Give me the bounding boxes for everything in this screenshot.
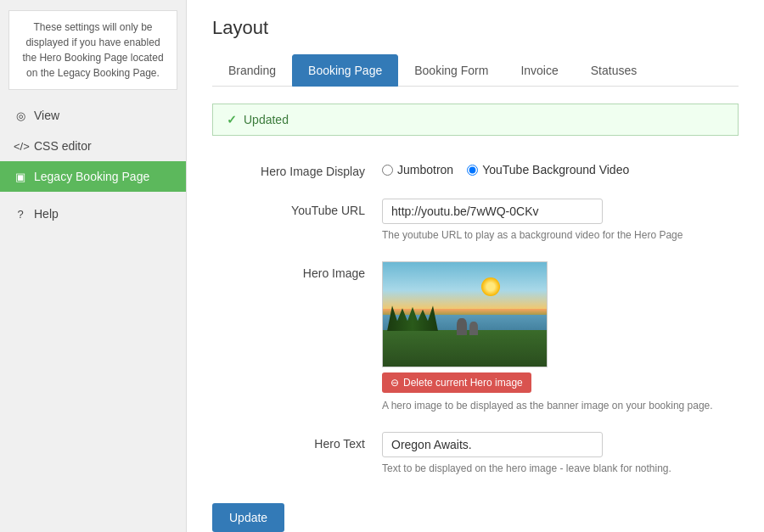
check-icon: ✓	[227, 113, 237, 126]
updated-text: Updated	[244, 113, 289, 126]
help-icon: ?	[14, 208, 27, 221]
tab-invoice[interactable]: Invoice	[504, 54, 574, 87]
hero-image-display-label: Hero Image Display	[212, 160, 382, 178]
sidebar-notice: These settings will only be displayed if…	[8, 10, 177, 90]
radio-jumbotron[interactable]: Jumbotron	[382, 163, 453, 176]
hero-image-display-content: Jumbotron YouTube Background Video	[382, 160, 739, 176]
legacy-icon: ▣	[14, 171, 27, 183]
delete-label: Delete current Hero image	[403, 377, 523, 389]
youtube-url-row: YouTube URL The youtube URL to play as a…	[212, 199, 739, 241]
tab-booking-page[interactable]: Booking Page	[292, 54, 398, 87]
sidebar-help-label: Help	[34, 207, 59, 221]
css-icon: </>	[14, 140, 27, 153]
radio-youtube[interactable]: YouTube Background Video	[467, 163, 629, 176]
main-content: Layout Branding Booking Page Booking For…	[187, 0, 764, 532]
hero-image-help: A hero image to be displayed as the bann…	[382, 400, 739, 412]
sidebar-item-view-label: View	[34, 109, 59, 122]
sun-element	[481, 277, 500, 296]
page-title: Layout	[212, 17, 739, 39]
updated-banner: ✓ Updated	[212, 104, 739, 136]
hero-text-row: Hero Text Text to be displayed on the he…	[212, 432, 739, 474]
sidebar-item-legacy-label: Legacy Booking Page	[34, 170, 149, 183]
hero-text-help: Text to be displayed on the hero image -…	[382, 462, 739, 474]
radio-group: Jumbotron YouTube Background Video	[382, 160, 739, 176]
trees-element	[387, 305, 438, 331]
youtube-url-input[interactable]	[382, 199, 603, 224]
sidebar: These settings will only be displayed if…	[0, 0, 187, 532]
sidebar-item-help[interactable]: ? Help	[0, 199, 186, 229]
hero-image-label: Hero Image	[212, 261, 382, 280]
rock1	[457, 318, 467, 335]
hero-image-container: ⊖ Delete current Hero image	[382, 261, 548, 393]
youtube-url-label: YouTube URL	[212, 199, 382, 217]
sky-layer	[383, 262, 547, 309]
hero-image-display-row: Hero Image Display Jumbotron YouTube Bac…	[212, 160, 739, 178]
rock2	[469, 322, 478, 335]
land-layer	[383, 330, 547, 367]
hero-image	[382, 261, 548, 367]
youtube-url-help: The youtube URL to play as a background …	[382, 229, 739, 241]
youtube-url-content: The youtube URL to play as a background …	[382, 199, 739, 241]
delete-hero-image-button[interactable]: ⊖ Delete current Hero image	[382, 372, 531, 393]
hero-image-content: ⊖ Delete current Hero image A hero image…	[382, 261, 739, 412]
update-button[interactable]: Update	[212, 503, 284, 532]
view-icon: ◎	[14, 109, 27, 122]
tabs-container: Branding Booking Page Booking Form Invoi…	[212, 54, 739, 87]
hero-text-content: Text to be displayed on the hero image -…	[382, 432, 739, 474]
sidebar-item-css-editor[interactable]: </> CSS editor	[0, 131, 186, 161]
tab-branding[interactable]: Branding	[212, 54, 292, 87]
radio-youtube-input[interactable]	[467, 165, 478, 176]
delete-icon: ⊖	[390, 377, 399, 389]
tab-booking-form[interactable]: Booking Form	[398, 54, 504, 87]
sidebar-item-view[interactable]: ◎ View	[0, 100, 186, 131]
sidebar-item-legacy-booking[interactable]: ▣ Legacy Booking Page	[0, 161, 186, 192]
radio-jumbotron-input[interactable]	[382, 165, 393, 176]
radio-jumbotron-label: Jumbotron	[397, 163, 453, 176]
hero-image-row: Hero Image ⊖ Delete current Hero image	[212, 261, 739, 412]
tab-statuses[interactable]: Statuses	[575, 54, 653, 87]
hero-text-label: Hero Text	[212, 432, 382, 451]
radio-youtube-label: YouTube Background Video	[482, 163, 629, 176]
sidebar-item-css-label: CSS editor	[34, 139, 92, 153]
hero-text-input[interactable]	[382, 432, 603, 457]
